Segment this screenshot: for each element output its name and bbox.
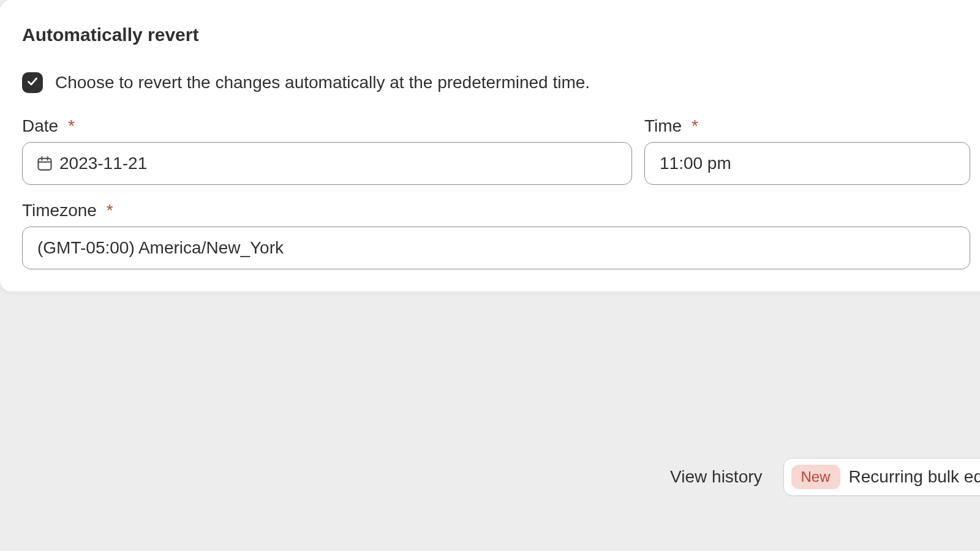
timezone-select[interactable]: (GMT-05:00) America/New_York <box>22 227 970 269</box>
time-field: Time * 11:00 pm <box>644 116 970 185</box>
timezone-value: (GMT-05:00) America/New_York <box>37 238 955 258</box>
date-label: Date * <box>22 116 632 136</box>
required-asterisk: * <box>692 116 698 135</box>
new-badge: New <box>791 465 840 489</box>
required-asterisk: * <box>107 201 113 220</box>
timezone-field: Timezone * (GMT-05:00) America/New_York <box>22 201 970 269</box>
date-label-text: Date <box>22 116 58 135</box>
timezone-label: Timezone * <box>22 201 970 220</box>
auto-revert-card: Automatically revert Choose to revert th… <box>0 0 980 291</box>
svg-rect-0 <box>39 159 51 170</box>
required-asterisk: * <box>68 116 75 135</box>
calendar-icon <box>36 155 53 172</box>
recurring-bulk-edit-button[interactable]: New Recurring bulk edit <box>783 458 980 496</box>
check-icon <box>26 75 39 90</box>
auto-revert-checkbox-label: Choose to revert the changes automatical… <box>55 73 590 92</box>
date-value: 2023-11-21 <box>59 154 617 173</box>
time-label-text: Time <box>644 116 682 135</box>
auto-revert-checkbox[interactable] <box>22 72 43 93</box>
timezone-label-text: Timezone <box>22 201 97 220</box>
footer-actions: View history New Recurring bulk edit <box>0 458 980 496</box>
time-input[interactable]: 11:00 pm <box>644 142 970 185</box>
time-label: Time * <box>644 116 970 136</box>
date-time-row: Date * 2023-11-21 Time * <box>22 116 970 185</box>
section-title: Automatically revert <box>22 24 970 45</box>
date-input[interactable]: 2023-11-21 <box>22 142 632 185</box>
date-field: Date * 2023-11-21 <box>22 116 632 185</box>
auto-revert-checkbox-row: Choose to revert the changes automatical… <box>22 72 970 93</box>
recurring-bulk-edit-label: Recurring bulk edit <box>849 467 980 487</box>
view-history-button[interactable]: View history <box>670 467 762 487</box>
time-value: 11:00 pm <box>660 154 955 173</box>
